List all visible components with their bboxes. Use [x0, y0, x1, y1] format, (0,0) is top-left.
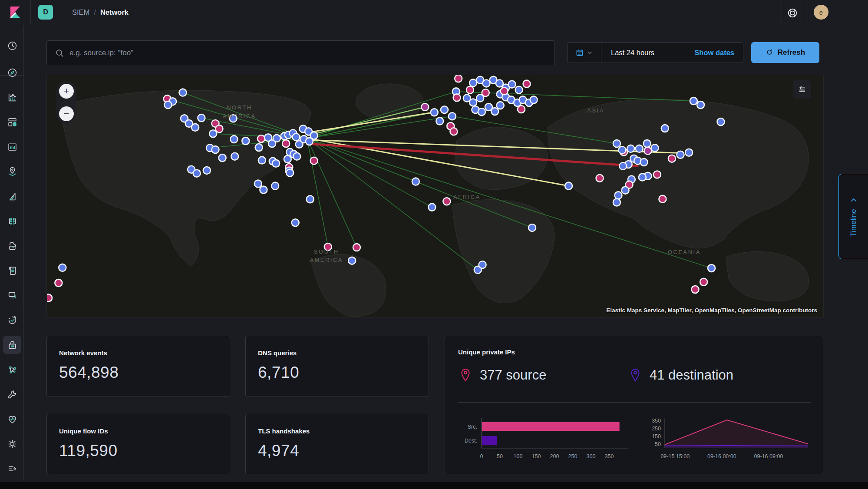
- map-point[interactable]: [242, 137, 249, 145]
- map-point[interactable]: [622, 187, 629, 194]
- sidebar-item-management[interactable]: [3, 435, 21, 453]
- map-point[interactable]: [497, 102, 504, 109]
- map-point[interactable]: [230, 135, 238, 143]
- map-point[interactable]: [191, 124, 199, 131]
- map-point[interactable]: [530, 96, 538, 103]
- sidebar-item-monitoring[interactable]: [3, 410, 21, 428]
- sidebar-item-collapse[interactable]: [3, 459, 21, 478]
- map-point[interactable]: [596, 175, 604, 182]
- map-point[interactable]: [619, 162, 627, 170]
- map-point[interactable]: [639, 174, 646, 181]
- network-map[interactable]: NORTHAMERICAASIAAFRICASOUTHAMERICAOCEANI…: [46, 75, 824, 317]
- map-point[interactable]: [644, 140, 651, 147]
- zoom-out-button[interactable]: −: [59, 106, 74, 121]
- map-point[interactable]: [708, 264, 715, 272]
- layer-panel-toggle-button[interactable]: [793, 80, 811, 99]
- map-point[interactable]: [209, 130, 217, 137]
- time-range-display[interactable]: Last 24 hours: [601, 49, 694, 57]
- help-button[interactable]: [787, 7, 802, 19]
- map-point[interactable]: [691, 286, 699, 293]
- map-point[interactable]: [310, 157, 318, 165]
- map-point[interactable]: [651, 144, 659, 152]
- sidebar-item-canvas[interactable]: [3, 138, 21, 156]
- zoom-in-button[interactable]: +: [59, 84, 74, 99]
- map-point[interactable]: [282, 140, 290, 147]
- map-point[interactable]: [215, 125, 223, 132]
- map-point[interactable]: [627, 145, 634, 152]
- map-point[interactable]: [613, 140, 620, 147]
- map-point[interactable]: [272, 160, 280, 167]
- sidebar-item-siem[interactable]: [3, 336, 21, 354]
- map-point[interactable]: [618, 146, 626, 154]
- map-point[interactable]: [307, 195, 314, 203]
- map-point[interactable]: [677, 151, 684, 159]
- map-point[interactable]: [515, 86, 523, 94]
- map-point[interactable]: [55, 279, 62, 287]
- map-point[interactable]: [518, 106, 525, 113]
- map-point[interactable]: [431, 109, 438, 116]
- map-point[interactable]: [436, 117, 443, 125]
- map-point[interactable]: [271, 182, 279, 190]
- timeline-flyout-toggle[interactable]: Timeline: [838, 174, 868, 259]
- sidebar-item-visualize[interactable]: [3, 88, 21, 106]
- map-point[interactable]: [412, 178, 419, 185]
- map-point[interactable]: [203, 167, 211, 174]
- map-point[interactable]: [466, 86, 474, 94]
- map-point[interactable]: [193, 170, 201, 177]
- map-point[interactable]: [284, 155, 291, 163]
- map-point[interactable]: [286, 169, 294, 177]
- map-point[interactable]: [441, 106, 448, 113]
- map-point[interactable]: [164, 101, 172, 109]
- map-point[interactable]: [258, 157, 266, 164]
- sidebar-item-infrastructure[interactable]: [3, 237, 21, 255]
- map-point[interactable]: [455, 75, 462, 82]
- map-point[interactable]: [483, 79, 490, 87]
- map-point[interactable]: [479, 261, 486, 268]
- map-point[interactable]: [219, 154, 226, 162]
- map-point[interactable]: [421, 103, 429, 111]
- map-point[interactable]: [685, 149, 693, 156]
- map-point[interactable]: [469, 79, 477, 86]
- map-point[interactable]: [293, 153, 300, 160]
- map-point[interactable]: [508, 81, 516, 88]
- sidebar-item-uptime[interactable]: [3, 311, 21, 329]
- map-point[interactable]: [469, 99, 477, 106]
- map-point[interactable]: [644, 147, 651, 155]
- sidebar-item-apm[interactable]: [3, 286, 21, 304]
- map-point[interactable]: [428, 204, 436, 211]
- map-point[interactable]: [443, 198, 450, 205]
- map-point[interactable]: [292, 219, 299, 226]
- map-point[interactable]: [257, 135, 265, 142]
- search-input[interactable]: [69, 49, 554, 57]
- map-point[interactable]: [640, 159, 647, 166]
- map-point[interactable]: [353, 244, 360, 251]
- map-point[interactable]: [179, 89, 186, 96]
- map-point[interactable]: [47, 294, 52, 302]
- sidebar-item-dashboard[interactable]: [3, 113, 21, 131]
- map-point[interactable]: [523, 80, 530, 88]
- sidebar-item-discover[interactable]: [3, 63, 21, 82]
- space-badge[interactable]: D: [38, 5, 53, 20]
- sidebar-item-machine-learning[interactable]: [3, 187, 21, 205]
- kibana-logo-icon[interactable]: [9, 6, 22, 19]
- map-point[interactable]: [697, 101, 704, 109]
- map-point[interactable]: [614, 192, 622, 199]
- map-point[interactable]: [292, 133, 300, 141]
- user-avatar[interactable]: e: [814, 5, 828, 20]
- map-point[interactable]: [613, 199, 620, 206]
- refresh-button[interactable]: Refresh: [751, 42, 819, 63]
- sidebar-item-recently-viewed[interactable]: [3, 36, 21, 55]
- map-point[interactable]: [260, 186, 267, 194]
- map-point[interactable]: [659, 195, 666, 203]
- sidebar-item-logs[interactable]: [3, 261, 21, 280]
- map-point[interactable]: [653, 171, 661, 178]
- map-point[interactable]: [491, 108, 498, 115]
- map-point[interactable]: [501, 87, 508, 95]
- breadcrumb-siem[interactable]: SIEM: [72, 8, 89, 17]
- sidebar-item-graph[interactable]: [3, 360, 21, 379]
- map-attribution[interactable]: Elastic Maps Service, MapTiler, OpenMapT…: [606, 307, 817, 314]
- sidebar-item-dev-tools[interactable]: [3, 385, 21, 403]
- map-point[interactable]: [668, 155, 676, 162]
- map-point[interactable]: [348, 257, 356, 264]
- map-point[interactable]: [565, 182, 572, 190]
